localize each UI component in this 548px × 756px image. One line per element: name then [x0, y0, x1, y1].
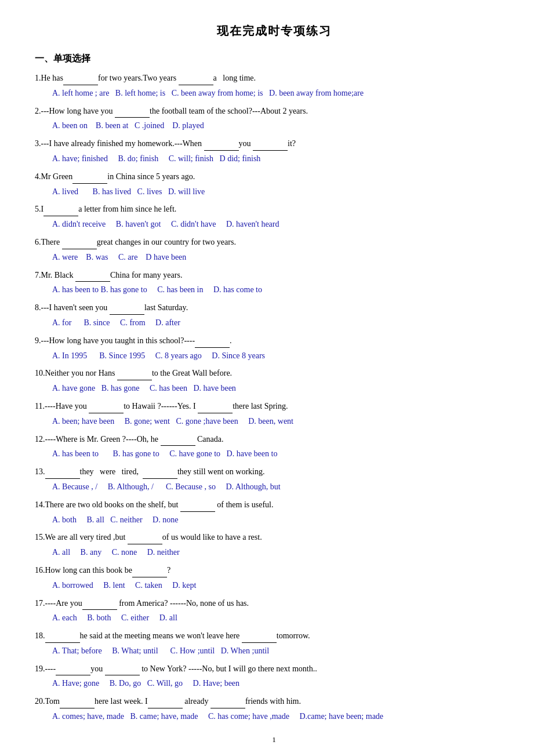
q4-text: 4.Mr Green in China since 5 years ago. — [35, 169, 513, 184]
question-11: 11.----Have you to Hawaii ?------Yes. I … — [35, 399, 513, 428]
q10-options: A. have gone B. has gone C. has been D. … — [52, 381, 513, 395]
question-8: 8.---I haven't seen you last Saturday. A… — [35, 300, 513, 330]
q7-text: 7.Mr. Black China for many years. — [35, 268, 513, 282]
q3-text: 3.---I have already finished my homework… — [35, 136, 513, 151]
question-3: 3.---I have already finished my homework… — [35, 136, 513, 166]
q8-text: 8.---I haven't seen you last Saturday. — [35, 300, 513, 315]
q20-options: A. comes; have, made B. came; have, made… — [52, 710, 513, 724]
q11-text: 11.----Have you to Hawaii ?------Yes. I … — [35, 399, 513, 413]
q7-options: A. has been to B. has gone to C. has bee… — [52, 283, 513, 297]
q17-options: A. each B. both C. either D. all — [52, 611, 513, 625]
q1-options: A. left home ; are B. left home; is C. b… — [52, 86, 513, 100]
q2-text: 2.---How long have you the football team… — [35, 104, 513, 118]
q9-text: 9.---How long have you taught in this sc… — [35, 333, 513, 348]
questions-container: 1.He has for two years.Two years a long … — [35, 71, 513, 724]
question-2: 2.---How long have you the football team… — [35, 104, 513, 133]
question-12: 12.----Where is Mr. Green ?----Oh, he Ca… — [35, 432, 513, 461]
q3-options: A. have; finished B. do; finish C. will;… — [52, 152, 513, 166]
q6-options: A. were B. was C. are D have been — [52, 250, 513, 264]
q17-text: 17.----Are you from America? ------No, n… — [35, 596, 513, 610]
question-7: 7.Mr. Black China for many years. A. has… — [35, 268, 513, 297]
question-10: 10.Neither you nor Hans to the Great Wal… — [35, 366, 513, 395]
section-heading: 一、单项选择 — [35, 53, 513, 65]
q1-text: 1.He has for two years.Two years a long … — [35, 71, 513, 85]
q11-options: A. been; have been B. gone; went C. gone… — [52, 415, 513, 428]
question-4: 4.Mr Green in China since 5 years ago. A… — [35, 169, 513, 199]
q10-text: 10.Neither you nor Hans to the Great Wal… — [35, 366, 513, 380]
q13-text: 13. they were tired, they still went on … — [35, 464, 513, 479]
q4-options: A. lived B. has lived C. lives D. will l… — [52, 185, 513, 199]
q5-options: A. didn't receive B. haven't got C. didn… — [52, 217, 513, 231]
q15-text: 15.We are all very tired ,but of us woul… — [35, 530, 513, 544]
q12-text: 12.----Where is Mr. Green ?----Oh, he Ca… — [35, 432, 513, 446]
question-19: 19.---- you to New York? -----No, but I … — [35, 662, 513, 691]
q12-options: A. has been to B. has gone to C. have go… — [52, 447, 513, 461]
question-18: 18. he said at the meeting means we won'… — [35, 628, 513, 658]
q13-options: A. Because , / B. Although, / C. Because… — [52, 480, 513, 494]
question-15: 15.We are all very tired ,but of us woul… — [35, 530, 513, 559]
question-16: 16.How long can this book be ? A. borrow… — [35, 563, 513, 593]
question-17: 17.----Are you from America? ------No, n… — [35, 596, 513, 626]
q9-options: A. In 1995 B. Since 1995 C. 8 years ago … — [52, 349, 513, 363]
q6-text: 6.There great changes in our country for… — [35, 235, 513, 249]
page-title: 现在完成时专项练习 — [35, 23, 513, 39]
q20-text: 20.Tom here last week. I already friends… — [35, 694, 513, 708]
question-20: 20.Tom here last week. I already friends… — [35, 694, 513, 724]
q14-text: 14.There are two old books on the shelf,… — [35, 497, 513, 512]
question-5: 5.I a letter from him since he left. A. … — [35, 202, 513, 231]
q5-text: 5.I a letter from him since he left. — [35, 202, 513, 216]
question-1: 1.He has for two years.Two years a long … — [35, 71, 513, 100]
q16-options: A. borrowed B. lent C. taken D. kept — [52, 579, 513, 593]
question-14: 14.There are two old books on the shelf,… — [35, 497, 513, 527]
q19-options: A. Have; gone B. Do, go C. Will, go D. H… — [52, 677, 513, 690]
q18-text: 18. he said at the meeting means we won'… — [35, 628, 513, 643]
question-9: 9.---How long have you taught in this sc… — [35, 333, 513, 363]
q8-options: A. for B. since C. from D. after — [52, 316, 513, 330]
q14-options: A. both B. all C. neither D. none — [52, 513, 513, 527]
q18-options: A. That; before B. What; until C. How ;u… — [52, 644, 513, 658]
question-6: 6.There great changes in our country for… — [35, 235, 513, 264]
q2-options: A. been on B. been at C .joined D. playe… — [52, 119, 513, 133]
q19-text: 19.---- you to New York? -----No, but I … — [35, 662, 513, 676]
question-13: 13. they were tired, they still went on … — [35, 464, 513, 494]
q15-options: A. all B. any C. none D. neither — [52, 546, 513, 559]
page-number: 1 — [35, 735, 513, 744]
q16-text: 16.How long can this book be ? — [35, 563, 513, 577]
